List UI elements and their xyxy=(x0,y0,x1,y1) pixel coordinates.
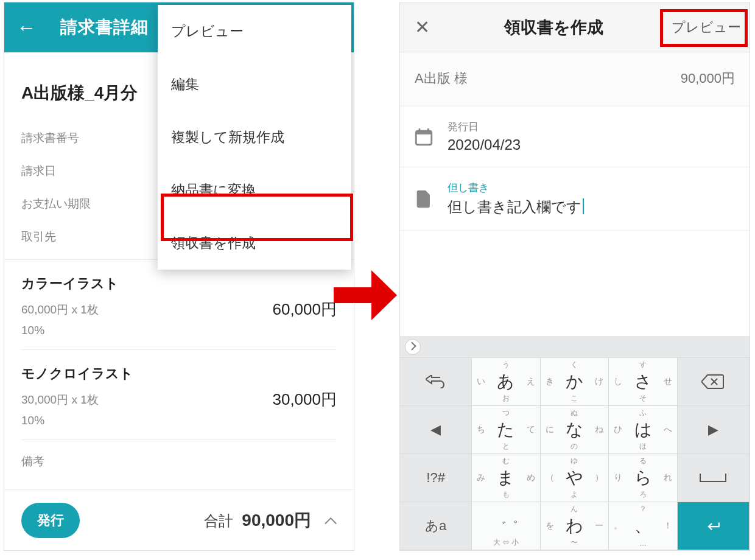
line-item[interactable]: モノクロイラスト 30,000円 x 1枚 30,000円 10% xyxy=(21,350,337,440)
key-enter-icon[interactable] xyxy=(678,502,750,550)
close-icon[interactable]: ✕ xyxy=(409,16,436,38)
document-icon xyxy=(413,189,434,209)
issue-date-value: 2020/04/23 xyxy=(448,136,736,153)
chevron-right-icon[interactable] xyxy=(405,339,421,355)
key-right-icon[interactable]: ▶ xyxy=(678,406,750,454)
total-label: 合計 xyxy=(204,511,233,531)
note-row[interactable]: 但し書き 但し書き記入欄です xyxy=(400,167,750,231)
chevron-up-icon[interactable] xyxy=(325,517,337,529)
keyboard-key[interactable]: るりられろ xyxy=(609,454,678,502)
menu-edit[interactable]: 編集 xyxy=(158,58,351,111)
key-bksp-icon[interactable] xyxy=(678,358,750,406)
keyboard-key[interactable]: くきかけこ xyxy=(541,358,609,406)
keyboard-key[interactable]: ゆ（や）よ xyxy=(541,454,609,502)
keyboard-key[interactable]: つちたてと xyxy=(472,406,541,454)
keyboard-key[interactable]: あa xyxy=(400,502,472,550)
keyboard-key[interactable]: ういあえお xyxy=(472,358,541,406)
footer-bar: 発行 合計 90,000円 xyxy=(4,489,354,550)
preview-button[interactable]: プレビュー xyxy=(672,18,741,37)
line-item-tax: 10% xyxy=(21,414,337,427)
issue-date-row[interactable]: 発行日 2020/04/23 xyxy=(400,107,750,167)
arrow-icon xyxy=(329,262,402,329)
summary-row: A出版 様 90,000円 xyxy=(400,52,750,107)
line-item-sub: 60,000円 x 1枚 xyxy=(21,302,99,318)
keyboard-key[interactable]: すしさせそ xyxy=(609,358,678,406)
keyboard-key[interactable]: むみまめも xyxy=(472,454,541,502)
note-input[interactable]: 但し書き記入欄です xyxy=(448,197,736,217)
issue-date-label: 発行日 xyxy=(448,120,736,134)
line-item[interactable]: カラーイラスト 60,000円 x 1枚 60,000円 10% xyxy=(21,260,337,350)
menu-create-receipt[interactable]: 領収書を作成 xyxy=(158,217,351,270)
line-item-amount: 60,000円 xyxy=(272,299,337,320)
issue-button[interactable]: 発行 xyxy=(21,503,80,538)
calendar-icon xyxy=(413,127,434,147)
remarks-label: 備考 xyxy=(21,440,337,483)
summary-client: A出版 様 xyxy=(415,69,468,88)
text-cursor xyxy=(583,198,584,214)
header-bar: ✕ 領収書を作成 プレビュー xyxy=(400,2,750,52)
keyboard-key[interactable]: ぬになねの xyxy=(541,406,609,454)
line-item-name: カラーイラスト xyxy=(21,275,337,293)
menu-convert[interactable]: 納品書に変換 xyxy=(158,164,351,217)
line-item-amount: 30,000円 xyxy=(272,389,337,410)
header-title: 領収書を作成 xyxy=(436,16,672,38)
create-receipt-screen: ✕ 領収書を作成 プレビュー A出版 様 90,000円 発行日 2020/04… xyxy=(399,2,750,551)
key-space-icon[interactable] xyxy=(678,454,750,502)
key-undo-icon[interactable] xyxy=(400,358,472,406)
line-item-tax: 10% xyxy=(21,324,337,337)
overflow-menu: プレビュー 編集 複製して新規作成 納品書に変換 領収書を作成 xyxy=(158,5,351,270)
keyboard-key[interactable]: ふひはへほ xyxy=(609,406,678,454)
invoice-detail-screen: ← 請求書詳細 A出版様_4月分 請求書番号 請求日 お支払い期限 取引先 カラ… xyxy=(4,2,354,551)
keyboard-key[interactable]: ？。、！… xyxy=(609,502,678,550)
soft-keyboard: ういあえおくきかけこすしさせそ◀つちたてとぬになねのふひはへほ▶!?#むみまめも… xyxy=(400,336,750,550)
header-title: 請求書詳細 xyxy=(60,16,149,39)
back-icon[interactable]: ← xyxy=(16,16,36,39)
key-left-icon[interactable]: ◀ xyxy=(400,406,472,454)
keyboard-collapse-bar[interactable] xyxy=(400,336,750,358)
keyboard-key[interactable]: んをわー〜 xyxy=(541,502,609,550)
line-item-name: モノクロイラスト xyxy=(21,365,337,383)
keyboard-key[interactable]: !?# xyxy=(400,454,472,502)
total-value: 90,000円 xyxy=(242,509,311,532)
note-label: 但し書き xyxy=(448,181,736,195)
menu-duplicate[interactable]: 複製して新規作成 xyxy=(158,111,351,164)
keyboard-key[interactable]: ゛゜大 ⇔ 小 xyxy=(472,502,541,550)
summary-amount: 90,000円 xyxy=(681,69,735,88)
line-item-sub: 30,000円 x 1枚 xyxy=(21,392,99,408)
menu-preview[interactable]: プレビュー xyxy=(158,5,351,58)
